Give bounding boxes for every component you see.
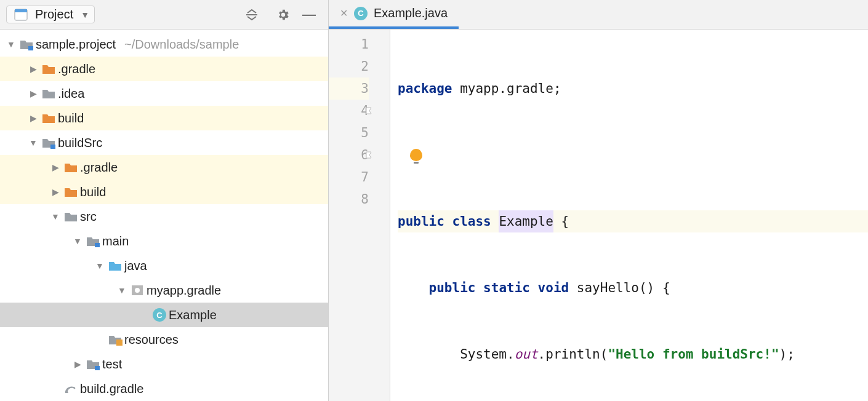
module-icon bbox=[84, 358, 102, 370]
tree-item-label: main bbox=[102, 234, 129, 248]
tree-item-label: src bbox=[80, 210, 97, 224]
tree-item-buildsrc[interactable]: ▼buildSrc bbox=[0, 130, 328, 155]
tree-item-label: buildSrc bbox=[58, 136, 102, 150]
tree-item-label: myapp.gradle bbox=[147, 284, 221, 298]
folder-idea-icon bbox=[39, 87, 58, 100]
tab-example-java[interactable]: ✕ C Example.java bbox=[329, 1, 459, 29]
tree-item-example[interactable]: CExample bbox=[0, 303, 328, 327]
folder-excl-icon bbox=[62, 161, 80, 173]
tree-item-label: test bbox=[102, 357, 122, 371]
resources-icon bbox=[106, 333, 124, 346]
tree-expand-icon[interactable]: ▼ bbox=[116, 285, 128, 295]
tree-item-label: java bbox=[124, 259, 147, 273]
line-number: 7 bbox=[329, 166, 369, 188]
tree-expand-icon[interactable]: ▶ bbox=[49, 187, 62, 197]
tree-expand-icon[interactable]: ▶ bbox=[71, 359, 84, 369]
line-number: 8 bbox=[329, 188, 369, 210]
chevron-down-icon: ▼ bbox=[81, 10, 89, 20]
tree-expand-icon[interactable]: ▶ bbox=[27, 113, 39, 123]
svg-rect-9 bbox=[95, 366, 100, 370]
gradle-icon bbox=[62, 383, 80, 395]
tree-item--gradle[interactable]: ▶.gradle bbox=[0, 57, 328, 81]
tree-item-label: sample.project bbox=[36, 38, 116, 52]
line-number: 6 bbox=[329, 144, 369, 166]
tree-item-build[interactable]: ▶build bbox=[0, 180, 328, 204]
tree-item-label: build.gradle bbox=[80, 382, 143, 396]
svg-rect-8 bbox=[116, 339, 123, 346]
tree-item-label: Example bbox=[169, 308, 217, 322]
tree-expand-icon[interactable]: ▶ bbox=[27, 89, 39, 98]
project-tree[interactable]: ▼sample.project~/Downloads/sample▶.gradl… bbox=[0, 30, 328, 401]
tree-item--idea[interactable]: ▶.idea bbox=[0, 81, 328, 106]
svg-rect-4 bbox=[50, 145, 55, 149]
svg-rect-3 bbox=[28, 46, 33, 50]
line-number: 3 bbox=[329, 77, 369, 100]
code-area[interactable]: package myapp.gradle; public class Examp… bbox=[390, 30, 868, 401]
tree-item-build[interactable]: ▶build bbox=[0, 106, 328, 130]
class-icon: C bbox=[150, 308, 169, 322]
folder-excl-icon bbox=[39, 112, 58, 124]
tree-item-resources[interactable]: resources bbox=[0, 327, 328, 352]
line-number: 5 bbox=[329, 122, 369, 144]
module-icon bbox=[39, 137, 58, 149]
line-number: 4 bbox=[329, 100, 369, 122]
fold-marker-icon[interactable] bbox=[365, 151, 374, 159]
collapse-all-icon[interactable] bbox=[239, 6, 265, 24]
line-number: 2 bbox=[329, 55, 369, 77]
svg-rect-5 bbox=[95, 243, 100, 247]
module-icon bbox=[84, 235, 102, 247]
code-editor[interactable]: 12345678 package myapp.gradle; public cl… bbox=[329, 30, 868, 401]
line-number: 1 bbox=[329, 33, 369, 55]
tab-title: Example.java bbox=[374, 6, 448, 20]
close-icon[interactable]: ✕ bbox=[340, 7, 348, 19]
tree-item-test[interactable]: ▶test bbox=[0, 352, 328, 376]
intention-bulb-icon[interactable] bbox=[410, 149, 422, 161]
tree-item-label: .gradle bbox=[80, 161, 118, 175]
svg-point-7 bbox=[135, 288, 140, 293]
tree-item-myapp-gradle[interactable]: ▼myapp.gradle bbox=[0, 278, 328, 303]
main-toolbar: Project ▼ — ✕ C Example.java bbox=[0, 0, 868, 30]
folder-idea-icon bbox=[62, 210, 80, 223]
folder-src-icon bbox=[106, 260, 124, 272]
tree-item-label: build bbox=[58, 111, 84, 125]
module-icon bbox=[17, 38, 36, 50]
tree-expand-icon[interactable]: ▶ bbox=[27, 64, 39, 74]
tree-expand-icon[interactable]: ▼ bbox=[49, 212, 62, 221]
class-file-icon: C bbox=[354, 7, 368, 20]
tree-expand-icon[interactable]: ▼ bbox=[94, 261, 106, 271]
tree-expand-icon[interactable]: ▼ bbox=[5, 39, 17, 49]
tree-item-hint: ~/Downloads/sample bbox=[124, 38, 239, 52]
tree-item-build-gradle[interactable]: build.gradle bbox=[0, 376, 328, 401]
tree-item-java[interactable]: ▼java bbox=[0, 253, 328, 278]
hide-icon[interactable]: — bbox=[296, 4, 322, 25]
tree-item-label: resources bbox=[124, 333, 179, 347]
project-icon bbox=[12, 9, 30, 21]
tree-expand-icon[interactable]: ▶ bbox=[49, 162, 62, 172]
tree-item--gradle[interactable]: ▶.gradle bbox=[0, 155, 328, 180]
folder-excl-icon bbox=[62, 186, 80, 198]
tree-expand-icon[interactable]: ▼ bbox=[71, 236, 84, 246]
project-label: Project bbox=[35, 7, 73, 22]
gear-icon[interactable] bbox=[270, 6, 296, 24]
svg-rect-1 bbox=[15, 9, 27, 12]
tree-item-src[interactable]: ▼src bbox=[0, 204, 328, 229]
project-view-selector[interactable]: Project ▼ bbox=[6, 6, 95, 23]
tree-item-label: .idea bbox=[58, 87, 84, 101]
project-toolbar: Project ▼ — bbox=[0, 0, 329, 29]
package-icon bbox=[128, 284, 147, 296]
tree-item-main[interactable]: ▼main bbox=[0, 229, 328, 253]
fold-marker-icon[interactable] bbox=[365, 106, 374, 115]
project-sidebar: ▼sample.project~/Downloads/sample▶.gradl… bbox=[0, 30, 329, 401]
editor-tabs: ✕ C Example.java bbox=[329, 0, 868, 29]
tree-item-label: build bbox=[80, 185, 106, 199]
tree-expand-icon[interactable]: ▼ bbox=[27, 138, 39, 148]
tree-item-label: .gradle bbox=[58, 62, 95, 76]
editor-gutter: 12345678 bbox=[329, 30, 390, 401]
tree-item-sample-project[interactable]: ▼sample.project~/Downloads/sample bbox=[0, 32, 328, 57]
folder-excl-icon bbox=[39, 63, 58, 75]
